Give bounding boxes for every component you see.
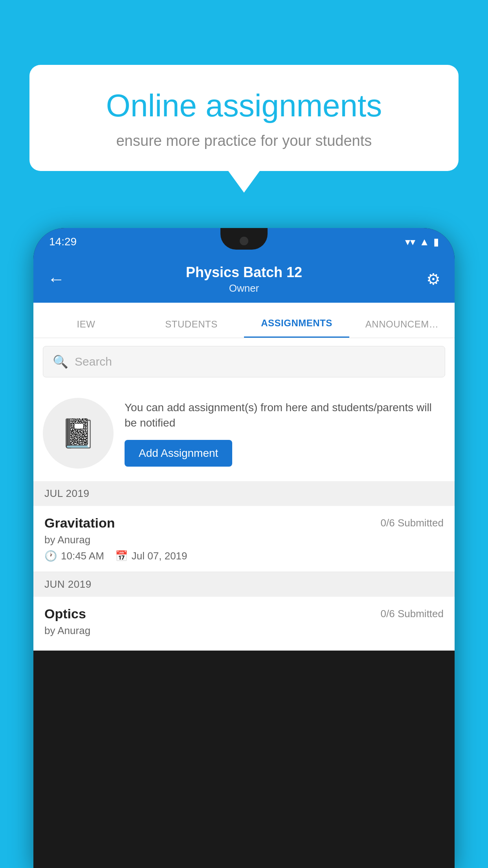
status-notch [220, 228, 268, 250]
battery-icon: ▮ [433, 236, 439, 248]
app-header: ← Physics Batch 12 Owner ⚙ [33, 256, 455, 303]
phone-frame: 14:29 ▾▾ ▲ ▮ ← Physics Batch 12 Owner ⚙ … [33, 228, 455, 868]
status-time: 14:29 [49, 235, 77, 248]
wifi-icon: ▾▾ [405, 236, 415, 248]
info-section: 📓 You can add assignment(s) from here an… [33, 385, 455, 481]
signal-icon: ▲ [419, 236, 429, 248]
meta-date: 📅 Jul 07, 2019 [115, 550, 187, 562]
header-title-group: Physics Batch 12 Owner [71, 264, 417, 294]
search-icon: 🔍 [53, 354, 68, 369]
tab-bar: IEW STUDENTS ASSIGNMENTS ANNOUNCEM… [33, 303, 455, 338]
tab-item-assignments[interactable]: ASSIGNMENTS [244, 303, 349, 338]
search-container: 🔍 Search [33, 338, 455, 385]
tab-item-iew[interactable]: IEW [33, 303, 139, 338]
speech-bubble-container: Online assignments ensure more practice … [29, 65, 459, 193]
info-icon-circle: 📓 [43, 398, 114, 469]
info-description: You can add assignment(s) from here and … [125, 400, 445, 430]
add-assignment-button[interactable]: Add Assignment [125, 440, 232, 467]
section-header-jul: JUL 2019 [33, 481, 455, 506]
info-text-group: You can add assignment(s) from here and … [125, 400, 445, 467]
tab-item-announcements[interactable]: ANNOUNCEM… [349, 303, 455, 338]
calendar-icon: 📅 [115, 550, 128, 562]
assignment-row-top-optics: Optics 0/6 Submitted [44, 606, 444, 622]
screen-content: 🔍 Search 📓 You can add assignment(s) fro… [33, 338, 455, 651]
status-bar: 14:29 ▾▾ ▲ ▮ [33, 228, 455, 256]
meta-time: 🕐 10:45 AM [44, 550, 104, 562]
assignment-by: by Anurag [44, 534, 444, 546]
clock-icon: 🕐 [44, 550, 57, 562]
assignment-item-gravitation[interactable]: Gravitation 0/6 Submitted by Anurag 🕐 10… [33, 506, 455, 572]
speech-bubble-subtitle: ensure more practice for your students [57, 132, 431, 149]
speech-bubble-title: Online assignments [57, 88, 431, 123]
status-icons: ▾▾ ▲ ▮ [405, 236, 439, 248]
assignment-submitted: 0/6 Submitted [381, 517, 444, 529]
search-placeholder: Search [75, 355, 112, 368]
assignment-name-optics: Optics [44, 606, 86, 622]
assignment-item-optics[interactable]: Optics 0/6 Submitted by Anurag [33, 597, 455, 651]
speech-bubble-pointer [228, 171, 260, 193]
assignment-submitted-optics: 0/6 Submitted [381, 608, 444, 620]
search-bar[interactable]: 🔍 Search [43, 346, 445, 377]
status-camera [240, 237, 248, 245]
header-subtitle: Owner [71, 282, 417, 294]
assignment-meta: 🕐 10:45 AM 📅 Jul 07, 2019 [44, 550, 444, 562]
section-header-jun: JUN 2019 [33, 572, 455, 597]
back-button[interactable]: ← [48, 269, 71, 289]
speech-bubble: Online assignments ensure more practice … [29, 65, 459, 171]
settings-button[interactable]: ⚙ [417, 270, 440, 288]
assignment-time: 10:45 AM [61, 550, 104, 562]
notebook-icon: 📓 [61, 417, 96, 450]
assignment-date: Jul 07, 2019 [132, 550, 187, 562]
assignment-by-optics: by Anurag [44, 625, 444, 637]
tab-item-students[interactable]: STUDENTS [139, 303, 244, 338]
header-title: Physics Batch 12 [71, 264, 417, 281]
assignment-name: Gravitation [44, 515, 115, 531]
assignment-row-top: Gravitation 0/6 Submitted [44, 515, 444, 531]
